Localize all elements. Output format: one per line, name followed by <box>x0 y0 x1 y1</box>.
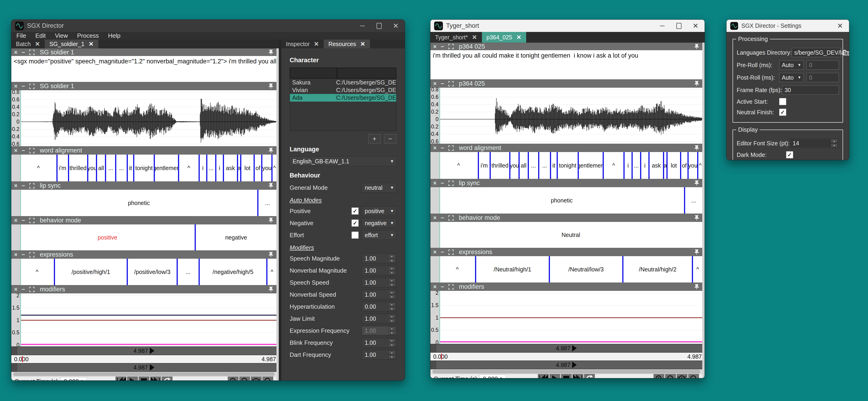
scrollbar-thumb[interactable] <box>13 372 275 376</box>
post-roll-value-field[interactable]: 0 <box>807 73 839 82</box>
segment[interactable]: tonight <box>134 154 155 181</box>
segment[interactable]: negative <box>196 225 276 250</box>
modifier-spinner[interactable]: 1.00▲▼ <box>362 290 397 299</box>
segment[interactable]: phonetic <box>439 187 685 213</box>
spin-down-icon[interactable]: ▼ <box>389 331 395 335</box>
segment[interactable]: phonetic <box>20 190 258 216</box>
close-icon[interactable]: × <box>433 44 437 50</box>
add-character-button[interactable]: + <box>368 134 381 143</box>
segment[interactable]: ... <box>529 152 539 179</box>
timeline-zoom-bar[interactable]: 4.987 <box>11 363 276 372</box>
pin-icon[interactable] <box>694 284 700 290</box>
segment-track[interactable]: ^i'mthrilledyouall......ittonightgentlem… <box>20 154 276 181</box>
close-icon[interactable]: × <box>14 286 18 292</box>
segment[interactable]: i <box>216 154 224 181</box>
auto-mode-checkbox[interactable] <box>351 232 359 238</box>
segment[interactable]: of <box>255 154 262 181</box>
close-icon[interactable]: × <box>433 215 437 221</box>
menu-item-view[interactable]: View <box>55 32 68 39</box>
pin-icon[interactable] <box>694 145 700 151</box>
modifier-spinner[interactable]: 1.00▲▼ <box>362 278 397 287</box>
stop-button[interactable] <box>138 376 149 381</box>
segment[interactable]: /positive/high/1 <box>55 259 128 285</box>
editor-font-size-spinner[interactable]: 14 ▲▼ <box>789 139 839 148</box>
segment[interactable]: ... <box>539 152 551 179</box>
close-icon[interactable]: ✕ <box>393 23 399 29</box>
close-icon[interactable]: ✕ <box>837 23 843 29</box>
playhead-cursor[interactable] <box>439 152 440 179</box>
segment[interactable]: tonight <box>558 152 579 179</box>
segment[interactable]: ^ <box>268 259 276 285</box>
zoom-fit-button[interactable] <box>677 374 687 378</box>
segment[interactable]: /Neutral/low/3 <box>550 256 623 283</box>
spin-up-icon[interactable]: ▲ <box>389 314 395 318</box>
tab-p364_025[interactable]: p364_025✕ <box>482 32 526 42</box>
segment-track[interactable]: phonetic... <box>20 190 276 216</box>
pin-icon[interactable] <box>268 252 274 258</box>
close-icon[interactable]: × <box>433 81 437 87</box>
segment[interactable]: ... <box>207 154 216 181</box>
menu-item-file[interactable]: File <box>17 32 26 39</box>
pin-icon[interactable] <box>268 83 274 89</box>
character-row[interactable]: SakuraC:/Users/berge/SG_DEV/SG_Characte.… <box>290 79 396 86</box>
maximize-icon[interactable] <box>676 23 682 29</box>
tab-close-icon[interactable]: ✕ <box>360 40 365 48</box>
modifier-spinner[interactable]: 1.00▲▼ <box>362 338 397 347</box>
skip-to-start-button[interactable] <box>115 376 126 381</box>
segment[interactable]: /Neutral/high/2 <box>623 256 693 283</box>
play-button[interactable] <box>550 374 560 378</box>
frame-rate-field[interactable]: 30 <box>782 85 839 95</box>
text-editor[interactable]: i'm thrilled you all could make it tonig… <box>430 50 702 79</box>
minimize-icon[interactable]: − <box>22 148 25 153</box>
remove-character-button[interactable]: − <box>384 134 397 143</box>
segment[interactable]: ^ <box>20 154 58 181</box>
character-row[interactable]: AdaC:/Users/berge/SG_DEV/SG_Characte... <box>290 94 396 102</box>
expand-icon[interactable] <box>29 84 35 89</box>
expand-icon[interactable] <box>448 284 454 290</box>
modifier-spinner[interactable]: 1.00▲▼ <box>362 314 397 323</box>
skip-to-end-button[interactable] <box>150 376 161 381</box>
pin-icon[interactable] <box>694 44 700 50</box>
playhead-cursor[interactable] <box>439 187 440 213</box>
playhead-cursor[interactable] <box>20 225 21 250</box>
segment[interactable]: it <box>551 152 558 179</box>
minimize-icon[interactable]: − <box>22 218 25 223</box>
modifier-spinner[interactable]: 1.00▲▼ <box>362 350 397 360</box>
loop-button[interactable] <box>584 374 595 378</box>
segment[interactable]: ... <box>116 154 128 181</box>
current-time-field[interactable]: 0.000 s <box>479 375 506 378</box>
spin-up-icon[interactable]: ▲ <box>389 290 395 294</box>
character-name-column-header[interactable] <box>290 68 337 79</box>
tab-close-icon[interactable]: ✕ <box>89 40 94 48</box>
close-icon[interactable]: × <box>433 249 437 255</box>
timeline-ruler[interactable]: 0.0004.987 <box>11 355 276 363</box>
pin-icon[interactable] <box>268 183 274 189</box>
expand-icon[interactable] <box>448 250 454 255</box>
spin-down-icon[interactable]: ▼ <box>389 355 395 359</box>
pin-icon[interactable] <box>268 218 274 223</box>
pin-icon[interactable] <box>694 180 700 186</box>
maximize-icon[interactable] <box>376 23 382 29</box>
spin-down-icon[interactable]: ▼ <box>831 143 838 147</box>
character-row[interactable]: VivianC:/Users/berge/SG_DEV/SG_Characte.… <box>290 86 396 94</box>
menu-item-help[interactable]: Help <box>108 32 120 39</box>
segment[interactable]: all <box>97 154 106 181</box>
timeline-zoom-bar[interactable]: 4.987 <box>430 344 702 353</box>
pin-icon[interactable] <box>268 50 274 55</box>
pre-roll-value-field[interactable]: 0 <box>807 60 839 70</box>
titlebar[interactable]: SGX Director - Settings ✕ <box>726 20 849 32</box>
tab-close-icon[interactable]: ✕ <box>314 40 319 48</box>
segment[interactable]: i'm <box>58 154 69 181</box>
pin-icon[interactable] <box>694 215 700 221</box>
segment[interactable]: /positive/low/3 <box>128 259 178 285</box>
timeline-zoom-handle[interactable] <box>11 347 17 355</box>
play-button[interactable] <box>127 376 138 381</box>
segment[interactable]: you <box>262 154 273 181</box>
zoom-select-button[interactable] <box>262 376 273 381</box>
expand-icon[interactable] <box>29 218 35 223</box>
segment[interactable]: ... <box>106 154 116 181</box>
zoom-fit-button[interactable] <box>251 376 262 381</box>
segment[interactable]: positive <box>20 225 196 250</box>
post-roll-mode-select[interactable]: Auto▼ <box>779 73 804 82</box>
spin-up-icon[interactable]: ▲ <box>389 303 395 306</box>
